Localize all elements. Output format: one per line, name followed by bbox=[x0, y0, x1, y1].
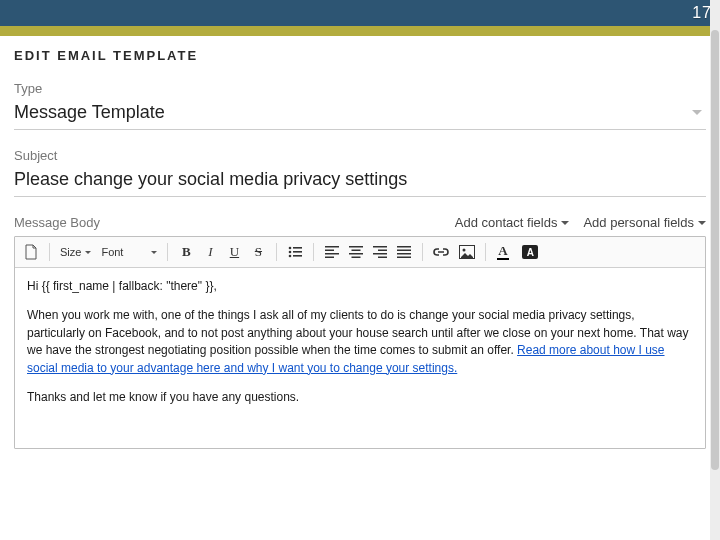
bg-color-letter: A bbox=[522, 245, 538, 259]
svg-rect-9 bbox=[325, 257, 334, 259]
align-left-button[interactable] bbox=[324, 243, 340, 261]
chevron-down-icon bbox=[85, 251, 91, 254]
svg-rect-10 bbox=[349, 246, 363, 248]
type-label: Type bbox=[14, 81, 706, 96]
chevron-down-icon bbox=[692, 110, 702, 115]
svg-rect-5 bbox=[293, 255, 302, 257]
svg-rect-20 bbox=[397, 253, 411, 255]
add-personal-fields[interactable]: Add personal fields bbox=[583, 215, 706, 230]
link-button[interactable] bbox=[433, 243, 449, 261]
svg-rect-13 bbox=[352, 257, 361, 259]
chevron-down-icon bbox=[151, 251, 157, 254]
align-right-button[interactable] bbox=[372, 243, 388, 261]
svg-point-2 bbox=[289, 251, 292, 254]
rich-text-editor: Size Font B I U S bbox=[14, 236, 706, 449]
italic-button[interactable]: I bbox=[202, 243, 218, 261]
svg-rect-6 bbox=[325, 246, 339, 248]
subject-row bbox=[14, 169, 706, 197]
underline-button[interactable]: U bbox=[226, 243, 242, 261]
chevron-down-icon bbox=[698, 221, 706, 225]
svg-rect-1 bbox=[293, 247, 302, 249]
size-label: Size bbox=[60, 246, 81, 258]
svg-rect-11 bbox=[352, 250, 361, 252]
separator bbox=[167, 243, 168, 261]
text-style-group: B I U S bbox=[178, 243, 266, 261]
image-button[interactable] bbox=[459, 243, 475, 261]
bg-color-button[interactable]: A bbox=[522, 243, 541, 261]
add-contact-label: Add contact fields bbox=[455, 215, 558, 230]
page-title: EDIT EMAIL TEMPLATE bbox=[14, 48, 706, 63]
svg-rect-17 bbox=[378, 257, 387, 259]
editor-toolbar: Size Font B I U S bbox=[15, 237, 705, 268]
separator bbox=[485, 243, 486, 261]
svg-point-0 bbox=[289, 247, 292, 250]
separator bbox=[276, 243, 277, 261]
align-justify-button[interactable] bbox=[396, 243, 412, 261]
svg-rect-12 bbox=[349, 253, 363, 255]
bold-button[interactable]: B bbox=[178, 243, 194, 261]
body-paragraph: When you work me with, one of the things… bbox=[27, 307, 693, 377]
font-size-select[interactable]: Size bbox=[60, 246, 91, 258]
scrollbar-thumb[interactable] bbox=[711, 30, 719, 470]
source-icon[interactable] bbox=[23, 243, 39, 261]
accent-bar bbox=[0, 26, 720, 36]
body-header: Message Body Add contact fields Add pers… bbox=[14, 215, 706, 230]
separator bbox=[49, 243, 50, 261]
message-body-input[interactable]: Hi {{ first_name | fallback: "there" }},… bbox=[15, 268, 705, 448]
svg-rect-19 bbox=[397, 250, 411, 252]
text-color-letter: A bbox=[498, 244, 507, 257]
editor-page: EDIT EMAIL TEMPLATE Type Message Templat… bbox=[0, 36, 720, 449]
svg-point-23 bbox=[463, 249, 466, 252]
bullet-list-button[interactable] bbox=[287, 243, 303, 261]
type-select[interactable]: Message Template bbox=[14, 102, 706, 130]
separator bbox=[422, 243, 423, 261]
svg-rect-18 bbox=[397, 246, 411, 248]
svg-rect-8 bbox=[325, 253, 339, 255]
align-group bbox=[324, 243, 412, 261]
add-personal-label: Add personal fields bbox=[583, 215, 694, 230]
body-label: Message Body bbox=[14, 215, 100, 230]
svg-rect-16 bbox=[373, 253, 387, 255]
svg-rect-7 bbox=[325, 250, 334, 252]
closing-line: Thanks and let me know if you have any q… bbox=[27, 389, 693, 406]
greeting-line: Hi {{ first_name | fallback: "there" }}, bbox=[27, 278, 693, 295]
font-label: Font bbox=[101, 246, 123, 258]
svg-rect-3 bbox=[293, 251, 302, 253]
scrollbar[interactable] bbox=[710, 0, 720, 540]
slide-header: 17 bbox=[0, 0, 720, 26]
subject-label: Subject bbox=[14, 148, 706, 163]
strike-button[interactable]: S bbox=[250, 243, 266, 261]
subject-input[interactable] bbox=[14, 169, 706, 190]
font-family-select[interactable]: Font bbox=[101, 246, 157, 258]
svg-point-4 bbox=[289, 255, 292, 258]
svg-rect-15 bbox=[378, 250, 387, 252]
add-contact-fields[interactable]: Add contact fields bbox=[455, 215, 570, 230]
text-color-button[interactable]: A bbox=[496, 243, 512, 261]
insert-dropdowns: Add contact fields Add personal fields bbox=[455, 215, 706, 230]
svg-rect-14 bbox=[373, 246, 387, 248]
separator bbox=[313, 243, 314, 261]
type-value: Message Template bbox=[14, 102, 692, 123]
align-center-button[interactable] bbox=[348, 243, 364, 261]
svg-rect-21 bbox=[397, 257, 411, 259]
chevron-down-icon bbox=[561, 221, 569, 225]
